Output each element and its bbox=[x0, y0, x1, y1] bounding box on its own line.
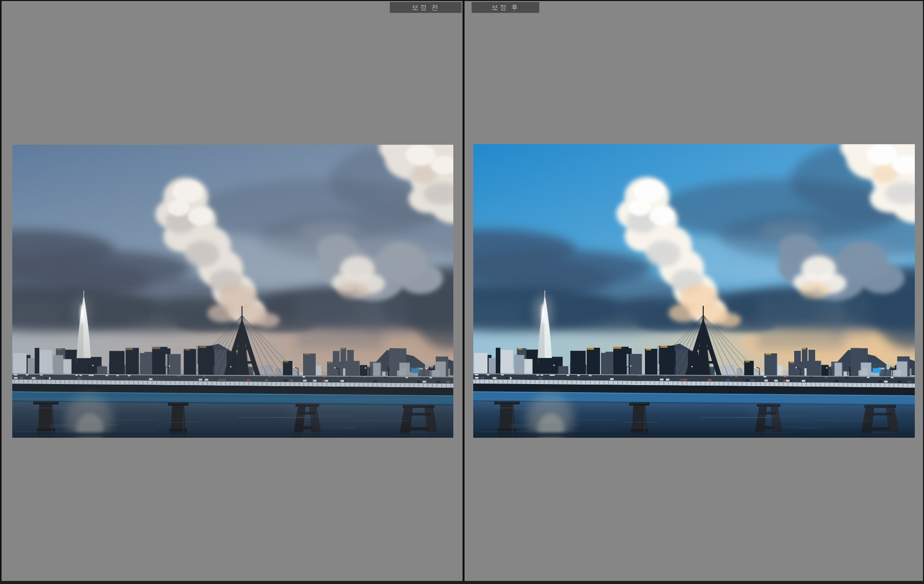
after-label-badge: 보정 후 bbox=[471, 2, 540, 13]
before-photo-canvas bbox=[12, 145, 453, 438]
window-edge-top bbox=[0, 0, 924, 1]
before-photo[interactable] bbox=[12, 145, 453, 438]
after-photo[interactable] bbox=[473, 144, 915, 438]
app-frame: 보정 전 보정 후 bbox=[0, 0, 924, 584]
pane-divider bbox=[463, 0, 465, 584]
bottom-bar bbox=[0, 581, 924, 584]
before-label-badge: 보정 전 bbox=[389, 2, 462, 13]
window-edge-left bbox=[0, 0, 2, 584]
after-photo-canvas bbox=[473, 144, 915, 438]
before-label: 보정 전 bbox=[412, 3, 440, 12]
after-label: 보정 후 bbox=[492, 3, 520, 12]
